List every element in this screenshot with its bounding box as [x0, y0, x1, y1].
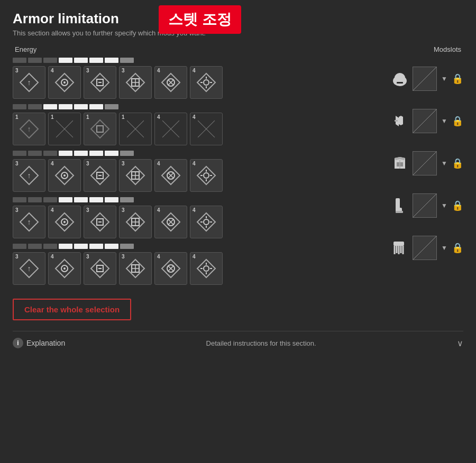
energy-seg-filled	[74, 197, 88, 202]
mod-slot[interactable]: 3	[84, 66, 116, 99]
mod-slot[interactable]: 1	[84, 113, 116, 145]
lock-icon-chest[interactable]: 🔒	[452, 158, 463, 169]
mod-number: 4	[193, 207, 196, 213]
mod-number: 3	[122, 207, 125, 213]
dropdown-arrow-chest[interactable]: ▼	[441, 160, 447, 167]
energy-seg-filled	[59, 104, 72, 109]
svg-point-87	[204, 266, 209, 271]
mod-slot[interactable]: 3 ↑	[13, 159, 45, 192]
mod-slot[interactable]: 3 ↑	[13, 252, 45, 285]
mod-number: 3	[86, 207, 89, 213]
modslot-box-legs[interactable]	[413, 193, 437, 218]
energy-seg-filled	[89, 151, 103, 156]
mod-slot-crossed[interactable]: 1	[48, 113, 81, 145]
mod-slot[interactable]: 3	[84, 159, 116, 192]
energy-seg-filled	[105, 244, 118, 249]
energy-seg-filled	[89, 58, 103, 63]
mod-slot[interactable]: 3 ↑	[13, 66, 45, 99]
mod-slot[interactable]: 3 ↑	[13, 206, 45, 238]
dropdown-arrow-helmet[interactable]: ▼	[441, 75, 447, 82]
mod-slot[interactable]: 4	[48, 159, 81, 192]
chest-modslot-row: ▼ 🔒	[358, 142, 463, 184]
energy-seg-filled	[59, 151, 72, 156]
mod-slot[interactable]: 4	[190, 252, 223, 285]
energy-seg-filled	[105, 151, 118, 156]
mod-number: 4	[193, 161, 196, 166]
energy-seg-filled	[59, 58, 72, 63]
energy-seg	[13, 104, 26, 109]
energy-seg	[43, 244, 57, 249]
mod-slot[interactable]: 4	[48, 252, 81, 285]
mod-slot[interactable]: 3	[119, 66, 152, 99]
svg-point-52	[63, 221, 66, 223]
svg-rect-95	[397, 82, 403, 84]
energy-seg-filled	[89, 244, 103, 249]
dropdown-arrow-class[interactable]: ▼	[441, 244, 447, 252]
mod-slot-crossed[interactable]: 4	[154, 113, 187, 145]
class-item-row: 3 ↑ 4	[13, 244, 349, 285]
energy-seg-filled	[105, 197, 118, 202]
chest-icon	[391, 155, 408, 172]
mod-slot-crossed[interactable]: 1	[119, 113, 152, 145]
mod-slot[interactable]: 1 ↑	[13, 113, 45, 145]
mod-slot-crossed[interactable]: 4	[190, 113, 223, 145]
modslot-box-class[interactable]	[413, 236, 437, 260]
mod-number: 4	[51, 161, 54, 166]
right-panel: ▼ 🔒 ▼ 🔒	[358, 58, 463, 269]
mod-slot[interactable]: 3	[119, 206, 152, 238]
footer-detail: Detailed instructions for this section.	[206, 339, 316, 347]
energy-seg-filled	[43, 104, 57, 109]
mod-number: 1	[122, 114, 125, 120]
clear-selection-button[interactable]: Clear the whole selection	[13, 299, 131, 320]
mod-slot[interactable]: 4	[190, 206, 223, 238]
modslot-box-chest[interactable]	[413, 151, 437, 175]
mod-slot[interactable]: 4	[154, 159, 187, 192]
mod-number: 1	[86, 114, 89, 120]
mod-slot[interactable]: 4	[154, 206, 187, 238]
energy-seg	[13, 244, 26, 249]
mod-slot[interactable]: 4	[154, 66, 187, 99]
mod-number: 4	[157, 207, 160, 213]
dropdown-arrow-gauntlets[interactable]: ▼	[441, 117, 447, 125]
dropdown-arrow-legs[interactable]: ▼	[441, 202, 447, 209]
mod-slot[interactable]: 4	[48, 66, 81, 99]
mod-number: 3	[15, 68, 19, 73]
energy-seg-half	[120, 244, 134, 249]
mod-number: 3	[86, 68, 89, 73]
lock-icon-legs[interactable]: 🔒	[452, 200, 463, 211]
energy-seg	[13, 58, 26, 63]
modslot-box-helmet[interactable]	[413, 67, 437, 91]
mod-slot[interactable]: 4	[154, 252, 187, 285]
left-panel: 3 ↑ 4	[13, 58, 349, 320]
energy-seg-half	[120, 151, 134, 156]
svg-text:↑: ↑	[28, 218, 31, 226]
energy-seg	[13, 151, 26, 156]
energy-seg	[43, 58, 57, 63]
mod-slot[interactable]: 4	[190, 159, 223, 192]
boots-icon	[393, 197, 408, 214]
energy-seg-filled	[74, 104, 88, 109]
mod-number: 3	[122, 254, 125, 260]
lock-icon-helmet[interactable]: 🔒	[452, 73, 463, 85]
mod-number: 3	[86, 254, 89, 260]
mod-slot[interactable]: 4	[190, 66, 223, 99]
svg-marker-42	[197, 166, 215, 184]
mod-slot[interactable]: 4	[48, 206, 81, 238]
lock-icon-gauntlets[interactable]: 🔒	[452, 115, 463, 127]
mod-number: 3	[86, 161, 89, 166]
lock-icon-class[interactable]: 🔒	[452, 242, 463, 254]
mod-slot[interactable]: 3	[84, 206, 116, 238]
mod-slot[interactable]: 3	[119, 159, 152, 192]
mod-number: 4	[51, 207, 54, 213]
mod-slot[interactable]: 3	[119, 252, 152, 285]
mod-slot[interactable]: 3	[84, 252, 116, 285]
svg-point-17	[204, 80, 209, 85]
info-icon: i	[13, 338, 23, 348]
svg-marker-64	[197, 213, 215, 231]
mod-number: 4	[193, 254, 196, 260]
chevron-down-icon[interactable]: ∨	[457, 338, 463, 348]
energy-seg-filled	[74, 244, 88, 249]
modslot-box-gauntlets[interactable]	[413, 109, 437, 133]
svg-text:↑: ↑	[28, 171, 31, 180]
modslots-header: Modslots	[434, 45, 461, 53]
